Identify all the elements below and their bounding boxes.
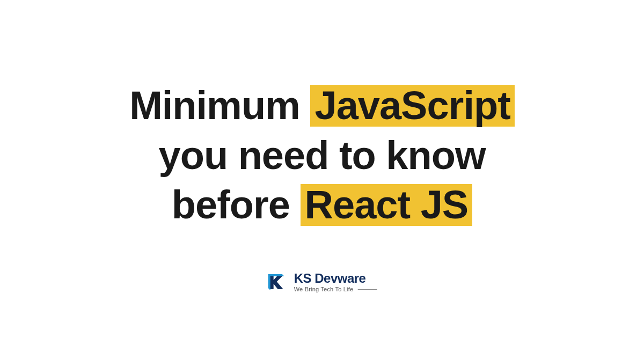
- logo-icon: [267, 272, 288, 292]
- title-text: before: [172, 182, 290, 227]
- logo-name: KS Devware: [294, 272, 377, 285]
- main-title: Minimum JavaScript you need to know befo…: [129, 81, 515, 230]
- tagline-decoration-line: [357, 289, 377, 290]
- logo-tagline: We Bring Tech To Life: [294, 286, 354, 292]
- logo-tagline-row: We Bring Tech To Life: [294, 286, 377, 292]
- title-highlight-reactjs: React JS: [301, 184, 473, 226]
- logo-text-group: KS Devware We Bring Tech To Life: [294, 272, 377, 292]
- title-line-2: you need to know: [129, 131, 515, 181]
- brand-logo: KS Devware We Bring Tech To Life: [267, 272, 377, 292]
- title-line-1: Minimum JavaScript: [129, 81, 515, 131]
- title-highlight-javascript: JavaScript: [310, 85, 514, 127]
- title-line-3: before React JS: [129, 180, 515, 230]
- title-text: Minimum: [129, 83, 300, 128]
